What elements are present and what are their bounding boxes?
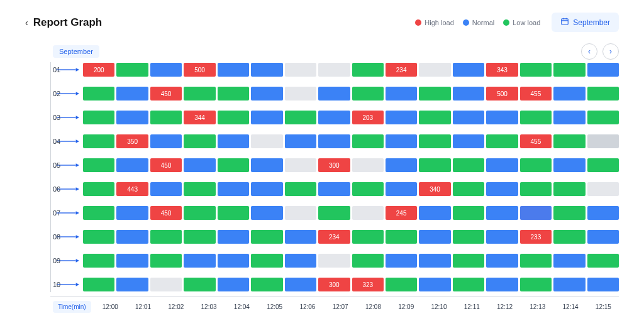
cell[interactable] <box>587 254 619 268</box>
cell[interactable]: 323 <box>352 278 384 291</box>
cell[interactable] <box>318 254 350 268</box>
cell[interactable] <box>150 182 182 196</box>
cell[interactable]: 500 <box>486 87 518 101</box>
cell[interactable] <box>553 87 585 101</box>
cell[interactable] <box>520 158 552 172</box>
cell[interactable]: 234 <box>318 230 350 244</box>
cell[interactable]: 455 <box>520 134 552 148</box>
cell[interactable] <box>386 111 417 124</box>
cell[interactable] <box>218 134 249 148</box>
cell[interactable] <box>386 87 417 101</box>
cell[interactable] <box>419 158 450 172</box>
cell[interactable] <box>218 206 249 220</box>
cell[interactable] <box>251 230 282 244</box>
cell[interactable] <box>453 134 484 148</box>
cell[interactable] <box>318 206 350 220</box>
cell[interactable] <box>251 278 282 291</box>
cell[interactable] <box>184 134 215 148</box>
cell[interactable]: 245 <box>386 206 417 220</box>
cell[interactable] <box>419 111 450 124</box>
cell[interactable] <box>318 134 350 148</box>
month-select-button[interactable]: September <box>552 13 619 32</box>
cell[interactable] <box>285 254 316 268</box>
cell[interactable] <box>520 278 552 291</box>
cell[interactable] <box>587 87 619 101</box>
cell[interactable] <box>553 63 585 77</box>
cell[interactable] <box>116 158 148 172</box>
cell[interactable] <box>486 206 518 220</box>
cell[interactable] <box>386 158 417 172</box>
cell[interactable] <box>486 111 518 124</box>
cell[interactable] <box>251 158 282 172</box>
cell[interactable] <box>553 254 585 268</box>
cell[interactable] <box>285 206 316 220</box>
cell[interactable] <box>453 182 484 196</box>
cell[interactable] <box>285 278 316 291</box>
cell[interactable] <box>318 63 350 77</box>
cell[interactable]: 200 <box>83 63 114 77</box>
cell[interactable] <box>285 63 316 77</box>
cell[interactable] <box>116 230 148 244</box>
cell[interactable] <box>318 111 350 124</box>
cell[interactable] <box>386 254 417 268</box>
cell[interactable] <box>587 278 619 291</box>
cell[interactable] <box>184 182 215 196</box>
cell[interactable] <box>587 111 619 124</box>
cell[interactable] <box>116 278 148 291</box>
cell[interactable]: 343 <box>486 63 518 77</box>
cell[interactable] <box>184 230 215 244</box>
cell[interactable] <box>553 182 585 196</box>
cell[interactable] <box>251 254 282 268</box>
cell[interactable] <box>116 111 148 124</box>
cell[interactable] <box>587 63 619 77</box>
cell[interactable] <box>419 278 450 291</box>
cell[interactable] <box>520 63 552 77</box>
cell[interactable]: 455 <box>520 87 552 101</box>
cell[interactable] <box>453 206 484 220</box>
cell[interactable] <box>116 206 148 220</box>
cell[interactable] <box>453 158 484 172</box>
cell[interactable]: 500 <box>184 63 215 77</box>
next-button[interactable]: › <box>602 43 619 60</box>
cell[interactable] <box>83 254 114 268</box>
cell[interactable] <box>83 206 114 220</box>
cell[interactable]: 233 <box>520 230 552 244</box>
cell[interactable] <box>352 230 384 244</box>
cell[interactable] <box>553 278 585 291</box>
cell[interactable] <box>520 182 552 196</box>
cell[interactable] <box>553 134 585 148</box>
cell[interactable] <box>486 158 518 172</box>
cell[interactable] <box>386 278 417 291</box>
cell[interactable]: 340 <box>419 182 450 196</box>
cell[interactable] <box>352 158 384 172</box>
cell[interactable] <box>184 278 215 291</box>
cell[interactable] <box>150 254 182 268</box>
cell[interactable] <box>184 158 215 172</box>
cell[interactable] <box>318 87 350 101</box>
cell[interactable] <box>184 206 215 220</box>
cell[interactable] <box>184 87 215 101</box>
cell[interactable] <box>587 158 619 172</box>
cell[interactable]: 350 <box>116 134 148 148</box>
cell[interactable] <box>352 134 384 148</box>
cell[interactable] <box>285 111 316 124</box>
cell[interactable] <box>116 87 148 101</box>
cell[interactable] <box>83 230 114 244</box>
cell[interactable] <box>150 278 182 291</box>
cell[interactable]: 344 <box>184 111 215 124</box>
cell[interactable] <box>486 182 518 196</box>
cell[interactable] <box>352 63 384 77</box>
cell[interactable] <box>318 182 350 196</box>
cell[interactable]: 450 <box>150 87 182 101</box>
cell[interactable] <box>352 254 384 268</box>
cell[interactable] <box>453 111 484 124</box>
cell[interactable] <box>587 230 619 244</box>
cell[interactable] <box>587 182 619 196</box>
cell[interactable] <box>486 230 518 244</box>
cell[interactable] <box>150 230 182 244</box>
cell[interactable] <box>150 111 182 124</box>
cell[interactable] <box>218 182 249 196</box>
cell[interactable] <box>419 87 450 101</box>
cell[interactable] <box>419 230 450 244</box>
cell[interactable] <box>486 278 518 291</box>
